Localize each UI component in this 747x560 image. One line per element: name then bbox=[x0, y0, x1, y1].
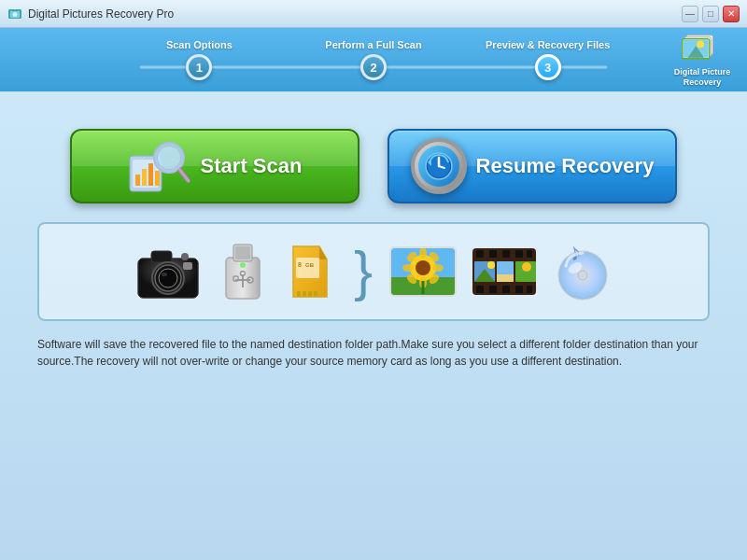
svg-rect-71 bbox=[502, 250, 510, 258]
svg-line-19 bbox=[178, 168, 189, 181]
title-bar-controls: — □ ✕ bbox=[682, 6, 740, 22]
logo-area: Digital PictureRecovery bbox=[667, 32, 738, 88]
svg-rect-52 bbox=[314, 291, 317, 297]
svg-rect-70 bbox=[489, 250, 497, 258]
photos-icon-item bbox=[387, 240, 459, 303]
start-scan-button[interactable]: Start Scan bbox=[70, 129, 359, 203]
svg-rect-75 bbox=[489, 286, 497, 293]
scan-icon bbox=[128, 137, 191, 195]
minimize-button[interactable]: — bbox=[682, 6, 698, 22]
app-icon bbox=[7, 7, 22, 21]
svg-rect-33 bbox=[183, 262, 192, 270]
svg-rect-69 bbox=[476, 250, 484, 258]
sd-card-icon-item: 8 GB bbox=[280, 239, 340, 304]
step-3: Preview & Recovery Files 3 bbox=[460, 39, 635, 80]
svg-point-32 bbox=[162, 273, 167, 276]
button-row: Start Scan bbox=[37, 129, 710, 203]
svg-point-57 bbox=[416, 260, 430, 275]
arrow-bracket: } bbox=[349, 244, 377, 300]
step-1-circle: 1 bbox=[186, 54, 212, 80]
svg-rect-28 bbox=[151, 251, 172, 262]
svg-point-88 bbox=[578, 271, 587, 280]
step-1: Scan Options 1 bbox=[112, 39, 287, 80]
step-2: Perform a Full Scan 2 bbox=[287, 39, 461, 80]
svg-point-85 bbox=[522, 262, 531, 272]
svg-rect-74 bbox=[476, 286, 484, 293]
usb-icon-item bbox=[215, 239, 271, 304]
svg-rect-11 bbox=[135, 175, 140, 186]
film-strip-icon bbox=[469, 239, 540, 304]
svg-text:GB: GB bbox=[305, 262, 315, 268]
photos-icon bbox=[387, 240, 459, 303]
camera-icon-item bbox=[131, 240, 205, 303]
svg-point-17 bbox=[158, 147, 180, 169]
maximize-button[interactable]: □ bbox=[702, 6, 719, 22]
svg-point-60 bbox=[402, 264, 414, 272]
logo-text: Digital PictureRecovery bbox=[674, 67, 731, 88]
svg-rect-50 bbox=[303, 291, 306, 297]
music-icon-item: ♪ bbox=[549, 240, 616, 303]
svg-point-2 bbox=[13, 12, 18, 17]
recovery-icon-inner bbox=[418, 146, 459, 187]
svg-point-8 bbox=[697, 41, 704, 49]
icons-box: 8 GB } bbox=[37, 222, 710, 321]
start-scan-label: Start Scan bbox=[201, 154, 303, 178]
svg-rect-37 bbox=[235, 246, 250, 259]
svg-rect-77 bbox=[515, 286, 523, 293]
svg-point-61 bbox=[432, 264, 444, 272]
title-bar: Digital Pictures Recovery Pro — □ ✕ bbox=[0, 0, 747, 28]
steps-container: Scan Options 1 Perform a Full Scan 2 Pre… bbox=[112, 39, 635, 80]
svg-rect-49 bbox=[297, 291, 301, 297]
svg-rect-51 bbox=[308, 291, 312, 297]
svg-rect-13 bbox=[148, 163, 153, 186]
svg-rect-73 bbox=[527, 250, 532, 258]
step-3-circle: 3 bbox=[535, 54, 561, 80]
usb-icon bbox=[215, 239, 271, 304]
step-3-label: Preview & Recovery Files bbox=[486, 39, 610, 50]
steps-bar: Scan Options 1 Perform a Full Scan 2 Pre… bbox=[0, 28, 747, 91]
logo-image bbox=[678, 32, 726, 67]
svg-marker-45 bbox=[319, 246, 327, 259]
music-icon: ♪ bbox=[549, 240, 616, 303]
svg-rect-12 bbox=[142, 169, 147, 186]
sd-card-icon: 8 GB bbox=[280, 239, 340, 304]
recovery-icon bbox=[411, 138, 467, 194]
main-content: Start Scan bbox=[0, 91, 747, 560]
svg-point-43 bbox=[240, 262, 246, 268]
camera-icon bbox=[131, 240, 205, 303]
resume-recovery-label: Resume Recovery bbox=[476, 154, 655, 178]
step-2-label: Perform a Full Scan bbox=[325, 39, 421, 50]
close-button[interactable]: ✕ bbox=[723, 6, 740, 22]
step-2-circle: 2 bbox=[360, 54, 387, 80]
window-title: Digital Pictures Recovery Pro bbox=[28, 7, 174, 21]
svg-point-81 bbox=[487, 261, 495, 269]
description-text: Software will save the recovered file to… bbox=[37, 336, 710, 370]
svg-point-58 bbox=[419, 247, 427, 259]
film-strip-icon-item bbox=[469, 239, 540, 304]
svg-rect-78 bbox=[527, 286, 532, 293]
title-bar-left: Digital Pictures Recovery Pro bbox=[7, 7, 174, 21]
svg-rect-14 bbox=[155, 171, 160, 186]
svg-text:8: 8 bbox=[298, 261, 302, 268]
svg-rect-76 bbox=[502, 286, 510, 293]
svg-point-34 bbox=[181, 253, 189, 260]
svg-point-31 bbox=[159, 269, 177, 287]
svg-rect-83 bbox=[497, 274, 514, 282]
clock-icon bbox=[422, 149, 456, 183]
resume-recovery-button[interactable]: Resume Recovery bbox=[388, 129, 677, 203]
step-1-label: Scan Options bbox=[166, 39, 233, 50]
svg-rect-72 bbox=[515, 250, 523, 258]
